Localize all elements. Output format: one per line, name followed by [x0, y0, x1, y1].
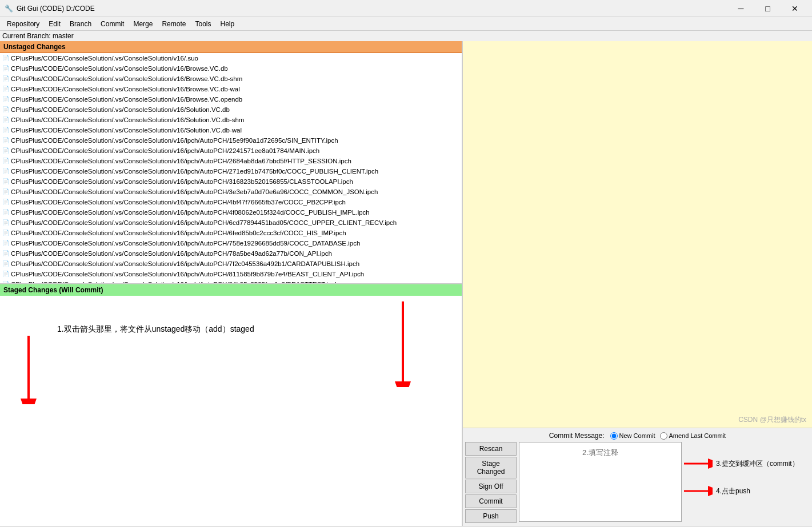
menu-item-tools[interactable]: Tools	[190, 19, 215, 29]
maximize-button[interactable]: □	[755, 0, 781, 17]
unstaged-file-item[interactable]: 📄CPlusPlus/CODE/ConsoleSolution/.vs/Cons…	[0, 248, 462, 259]
file-path: CPlusPlus/CODE/ConsoleSolution/.vs/Conso…	[11, 239, 360, 248]
file-path: CPlusPlus/CODE/ConsoleSolution/.vs/Conso…	[11, 177, 353, 186]
unstaged-file-item[interactable]: 📄CPlusPlus/CODE/ConsoleSolution/.vs/Cons…	[0, 135, 462, 146]
new-commit-radio[interactable]	[610, 432, 618, 440]
close-button[interactable]: ✕	[782, 0, 807, 17]
file-path: CPlusPlus/CODE/ConsoleSolution/.vs/Conso…	[11, 64, 228, 73]
file-icon: 📄	[2, 126, 9, 135]
file-path: CPlusPlus/CODE/ConsoleSolution/.vs/Conso…	[11, 74, 242, 83]
unstaged-file-item[interactable]: 📄CPlusPlus/CODE/ConsoleSolution/.vs/Cons…	[0, 259, 462, 269]
file-icon: 📄	[2, 208, 9, 217]
push-arrow-icon	[684, 485, 713, 497]
unstaged-file-item[interactable]: 📄CPlusPlus/CODE/ConsoleSolution/.vs/Cons…	[0, 166, 462, 176]
right-arrow-icon	[380, 301, 426, 387]
unstaged-file-item[interactable]: 📄CPlusPlus/CODE/ConsoleSolution/.vs/Cons…	[0, 197, 462, 207]
unstaged-file-item[interactable]: 📄CPlusPlus/CODE/ConsoleSolution/.vs/Cons…	[0, 176, 462, 187]
right-panel: CSDN @只想赚钱的tx Commit Message: New Commit…	[463, 41, 812, 526]
file-icon: 📄	[2, 177, 9, 186]
amend-commit-radio-label[interactable]: Amend Last Commit	[660, 432, 726, 440]
file-icon: 📄	[2, 249, 9, 258]
unstaged-file-item[interactable]: 📄CPlusPlus/CODE/ConsoleSolution/.vs/Cons…	[0, 104, 462, 115]
new-commit-radio-label[interactable]: New Commit	[610, 432, 655, 440]
down-arrow-icon	[11, 336, 46, 404]
menu-item-edit[interactable]: Edit	[44, 19, 65, 29]
rescan-button[interactable]: Rescan	[465, 442, 517, 456]
unstaged-file-item[interactable]: 📄CPlusPlus/CODE/ConsoleSolution/.vs/Cons…	[0, 187, 462, 197]
file-icon: 📄	[2, 218, 9, 227]
file-icon: 📄	[2, 64, 9, 73]
file-path: CPlusPlus/CODE/ConsoleSolution/.vs/Conso…	[11, 218, 397, 227]
menu-item-help[interactable]: Help	[215, 19, 239, 29]
new-commit-label: New Commit	[619, 432, 655, 439]
file-path: CPlusPlus/CODE/ConsoleSolution/.vs/Conso…	[11, 198, 346, 207]
unstaged-file-item[interactable]: 📄CPlusPlus/CODE/ConsoleSolution/.vs/Cons…	[0, 125, 462, 135]
unstaged-file-item[interactable]: 📄CPlusPlus/CODE/ConsoleSolution/.vs/Cons…	[0, 228, 462, 238]
unstaged-file-item[interactable]: 📄CPlusPlus/CODE/ConsoleSolution/.vs/Cons…	[0, 207, 462, 218]
amend-commit-label: Amend Last Commit	[669, 432, 726, 439]
file-path: CPlusPlus/CODE/ConsoleSolution/.vs/Conso…	[11, 115, 244, 124]
stage-annotation-text: 1.双击箭头那里，将文件从unstaged移动（add）staged	[57, 324, 254, 333]
menu-item-remote[interactable]: Remote	[157, 19, 190, 29]
unstaged-file-item[interactable]: 📄CPlusPlus/CODE/ConsoleSolution/.vs/Cons…	[0, 146, 462, 156]
file-path: CPlusPlus/CODE/ConsoleSolution/.vs/Conso…	[11, 126, 242, 135]
titlebar-left: 🔧 Git Gui (CODE) D:/CODE	[5, 5, 95, 13]
unstaged-file-item[interactable]: 📄CPlusPlus/CODE/ConsoleSolution/.vs/Cons…	[0, 269, 462, 279]
unstaged-file-item[interactable]: 📄CPlusPlus/CODE/ConsoleSolution/.vs/Cons…	[0, 74, 462, 84]
file-icon: 📄	[2, 187, 9, 196]
file-icon: 📄	[2, 74, 9, 83]
unstaged-file-item[interactable]: 📄CPlusPlus/CODE/ConsoleSolution/.vs/Cons…	[0, 53, 462, 63]
staged-header: Staged Changes (Will Commit)	[0, 284, 462, 296]
main-layout: Unstaged Changes 📄CPlusPlus/CODE/Console…	[0, 41, 812, 526]
push-button[interactable]: Push	[465, 509, 517, 523]
file-path: CPlusPlus/CODE/ConsoleSolution/.vs/Conso…	[11, 146, 319, 155]
file-path: CPlusPlus/CODE/ConsoleSolution/.vs/Conso…	[11, 136, 338, 145]
titlebar-controls: ─ □ ✕	[728, 0, 807, 17]
menu-item-branch[interactable]: Branch	[65, 19, 96, 29]
commit-textarea-container: 2.填写注释	[519, 442, 682, 524]
file-icon: 📄	[2, 85, 9, 94]
menu-item-repository[interactable]: Repository	[2, 19, 44, 29]
file-icon: 📄	[2, 54, 9, 63]
staged-list[interactable]: 1.双击箭头那里，将文件从unstaged移动（add）staged	[0, 296, 462, 526]
file-path: CPlusPlus/CODE/ConsoleSolution/.vs/Conso…	[11, 208, 370, 217]
push-annotation-row: 4.点击push	[684, 485, 810, 497]
file-icon: 📄	[2, 280, 9, 284]
unstaged-file-item[interactable]: 📄CPlusPlus/CODE/ConsoleSolution/.vs/Cons…	[0, 279, 462, 284]
file-icon: 📄	[2, 239, 9, 248]
commit-message-input[interactable]	[519, 442, 682, 522]
unstaged-file-item[interactable]: 📄CPlusPlus/CODE/ConsoleSolution/.vs/Cons…	[0, 84, 462, 94]
file-path: CPlusPlus/CODE/ConsoleSolution/.vs/Conso…	[11, 105, 230, 114]
minimize-button[interactable]: ─	[728, 0, 754, 17]
sign-off-button[interactable]: Sign Off	[465, 480, 517, 493]
titlebar: 🔧 Git Gui (CODE) D:/CODE ─ □ ✕	[0, 0, 812, 17]
file-icon: 📄	[2, 228, 9, 238]
commit-message-header: Commit Message: New Commit Amend Last Co…	[465, 431, 810, 441]
file-path: CPlusPlus/CODE/ConsoleSolution/.vs/Conso…	[11, 249, 332, 258]
csdn-watermark: CSDN @只想赚钱的tx	[738, 415, 806, 425]
unstaged-file-item[interactable]: 📄CPlusPlus/CODE/ConsoleSolution/.vs/Cons…	[0, 63, 462, 74]
menu-item-commit[interactable]: Commit	[96, 19, 129, 29]
unstaged-file-item[interactable]: 📄CPlusPlus/CODE/ConsoleSolution/.vs/Cons…	[0, 218, 462, 228]
menu-item-merge[interactable]: Merge	[129, 19, 157, 29]
file-icon: 📄	[2, 269, 9, 279]
file-icon: 📄	[2, 198, 9, 207]
commit-arrow-icon	[684, 458, 713, 469]
unstaged-file-item[interactable]: 📄CPlusPlus/CODE/ConsoleSolution/.vs/Cons…	[0, 115, 462, 125]
unstaged-file-item[interactable]: 📄CPlusPlus/CODE/ConsoleSolution/.vs/Cons…	[0, 94, 462, 104]
left-panel: Unstaged Changes 📄CPlusPlus/CODE/Console…	[0, 41, 463, 526]
file-path: CPlusPlus/CODE/ConsoleSolution/.vs/Conso…	[11, 187, 378, 196]
amend-commit-radio[interactable]	[660, 432, 667, 440]
file-icon: 📄	[2, 167, 9, 176]
branch-label: Current Branch: master	[2, 32, 74, 40]
unstaged-file-item[interactable]: 📄CPlusPlus/CODE/ConsoleSolution/.vs/Cons…	[0, 156, 462, 166]
push-annotation-text: 4.点击push	[716, 486, 750, 496]
file-icon: 📄	[2, 105, 9, 114]
unstaged-list[interactable]: 📄CPlusPlus/CODE/ConsoleSolution/.vs/Cons…	[0, 53, 462, 284]
unstaged-header: Unstaged Changes	[0, 41, 462, 53]
commit-button[interactable]: Commit	[465, 494, 517, 508]
file-path: CPlusPlus/CODE/ConsoleSolution/.vs/Conso…	[11, 280, 338, 284]
stage-changed-button[interactable]: Stage Changed	[465, 457, 517, 478]
file-path: CPlusPlus/CODE/ConsoleSolution/.vs/Conso…	[11, 156, 351, 166]
unstaged-file-item[interactable]: 📄CPlusPlus/CODE/ConsoleSolution/.vs/Cons…	[0, 238, 462, 248]
